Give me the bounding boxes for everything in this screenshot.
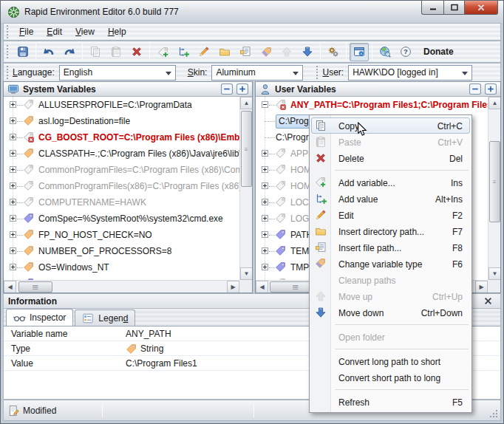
donate-button[interactable]: Donate — [417, 43, 460, 61]
move-down-button[interactable] — [298, 43, 317, 61]
add-variable-button[interactable] — [153, 43, 172, 61]
delete-button[interactable] — [127, 43, 146, 61]
expander-plus-icon[interactable] — [10, 150, 16, 157]
scroll-up-arrow[interactable]: ▲ — [240, 97, 252, 109]
expander-plus-icon[interactable] — [262, 231, 268, 238]
menu-view[interactable]: View — [69, 24, 101, 39]
tree-item[interactable]: CG_BOOST_ROOT=C:\Program Files (x86)\Emb… — [4, 129, 239, 146]
tree-item[interactable]: CLASSPATH=.;C:\Program Files (x86)\Java\… — [4, 146, 239, 162]
tree-item[interactable]: FP_NO_HOST_CHECK=NO — [4, 227, 239, 243]
scrollbar-thumb[interactable]: 𝍣 — [18, 281, 52, 293]
menu-edit[interactable]: Edit — [40, 24, 69, 39]
menuitem-refresh[interactable]: RefreshF5 — [311, 394, 470, 410]
scroll-right-arrow[interactable]: ▶ — [475, 281, 488, 293]
vertical-scrollbar[interactable]: ▲ ≡ ▼ — [239, 97, 252, 280]
expander-plus-icon[interactable] — [262, 215, 268, 222]
menuitem-copy[interactable]: CopyCtrl+C — [311, 117, 470, 134]
expand-all-button[interactable] — [485, 83, 497, 95]
scroll-left-arrow[interactable]: ◀ — [4, 281, 16, 293]
expander-plus-icon[interactable] — [10, 182, 16, 189]
save-button[interactable] — [13, 43, 33, 61]
tab-legend[interactable]: Legend — [75, 310, 135, 326]
tree-item[interactable]: OS=Windows_NT — [4, 259, 239, 276]
menuitem-add-variable[interactable]: Add variable...Ins — [311, 174, 470, 191]
tree-item[interactable]: CommonProgramFiles=C:\Program Files (x86… — [4, 162, 239, 178]
resize-grip[interactable] — [489, 409, 499, 419]
expander-plus-icon[interactable] — [262, 264, 268, 270]
tree-item[interactable]: ANY_PATH=C:\Program Files1;C:\Program Fi… — [256, 97, 488, 113]
menuitem-insert-directory-path[interactable]: Insert directory path...F7 — [311, 223, 470, 239]
scroll-up-arrow[interactable]: ▲ — [488, 97, 500, 109]
menuitem-cleanup-paths[interactable]: Cleanup paths — [311, 272, 470, 288]
move-up-button[interactable] — [277, 43, 296, 61]
expander-plus-icon[interactable] — [10, 231, 16, 238]
tree-item[interactable]: ComSpec=%SystemRoot%\system32\cmd.exe — [4, 211, 239, 227]
expander-minus-icon[interactable] — [262, 101, 268, 108]
tree-item[interactable]: ALLUSERSPROFILE=C:\ProgramData — [4, 97, 239, 113]
expander-plus-icon[interactable] — [262, 199, 268, 205]
tree-item[interactable]: COMPUTERNAME=HAWK — [4, 194, 239, 211]
menuitem-move-up[interactable]: Move upCtrl+Up — [311, 288, 470, 304]
expander-plus-icon[interactable] — [10, 117, 16, 124]
tree-item[interactable]: CommonProgramFiles(x86)=C:\Program Files… — [4, 178, 239, 194]
edit-button[interactable] — [194, 43, 214, 61]
add-value-button[interactable] — [174, 43, 193, 61]
menuitem-move-down[interactable]: Move downCtrl+Down — [311, 304, 470, 321]
close-button[interactable] — [464, 1, 498, 15]
expander-plus-icon[interactable] — [10, 101, 16, 108]
collapse-all-button[interactable] — [221, 83, 233, 95]
settings-button[interactable] — [324, 43, 343, 61]
menuitem-insert-file-path[interactable]: Insert file path...F8 — [311, 239, 470, 256]
close-panel-icon[interactable] — [484, 297, 494, 307]
expander-plus-icon[interactable] — [10, 247, 16, 254]
menuitem-change-variable-type[interactable]: Change variable typeF6 — [311, 256, 470, 272]
scroll-down-arrow[interactable]: ▼ — [240, 267, 252, 280]
vertical-scrollbar[interactable]: ▲ ≡ ▼ — [488, 97, 500, 280]
expander-plus-icon[interactable] — [10, 166, 16, 173]
expander-plus-icon[interactable] — [10, 199, 16, 205]
tab-inspector[interactable]: Inspector — [6, 309, 73, 326]
expander-plus-icon[interactable] — [10, 264, 16, 270]
menuitem-convert-long-path-to-short[interactable]: Convert long path to short — [311, 353, 470, 369]
menuitem-open-folder[interactable]: Open folder — [311, 329, 470, 345]
paste-button[interactable] — [106, 43, 126, 61]
expander-plus-icon[interactable] — [262, 247, 268, 254]
toggle-info-panel-button[interactable] — [350, 43, 369, 61]
scrollbar-thumb[interactable]: ≡ — [241, 111, 252, 187]
expander-plus-icon[interactable] — [262, 150, 268, 157]
tree-item[interactable]: NUMBER_OF_PROCESSORS=8 — [4, 243, 239, 259]
scroll-down-arrow[interactable]: ▼ — [488, 267, 500, 280]
expander-plus-icon[interactable] — [10, 215, 16, 222]
menuitem-edit[interactable]: EditF2 — [311, 207, 470, 223]
insert-directory-button[interactable] — [215, 43, 234, 61]
scroll-left-arrow[interactable]: ◀ — [256, 281, 268, 293]
insert-file-button[interactable] — [236, 43, 255, 61]
scrollbar-thumb[interactable]: ≡ — [489, 141, 500, 222]
undo-button[interactable] — [39, 43, 58, 61]
scroll-right-arrow[interactable]: ▶ — [227, 281, 239, 293]
menu-file[interactable]: File — [13, 24, 40, 39]
skin-select[interactable]: Aluminum — [211, 65, 303, 81]
expand-all-button[interactable] — [236, 83, 248, 95]
minimize-button[interactable] — [421, 1, 443, 15]
menuitem-paste[interactable]: PasteCtrl+V — [311, 134, 470, 150]
menu-help[interactable]: Help — [101, 24, 133, 39]
menuitem-add-value[interactable]: Add valueAlt+Ins — [311, 191, 470, 207]
menuitem-delete[interactable]: DeleteDel — [311, 150, 470, 166]
user-select[interactable]: HAWK\DO [logged in] — [348, 65, 472, 81]
menu-shortcut: Del — [449, 151, 463, 167]
copy-button[interactable] — [86, 43, 105, 61]
redo-button[interactable] — [60, 43, 79, 61]
language-select[interactable]: English — [59, 65, 176, 81]
expander-plus-icon[interactable] — [262, 182, 268, 189]
menuitem-convert-short-path-to-long[interactable]: Convert short path to long — [311, 369, 470, 386]
check-updates-button[interactable] — [375, 43, 395, 61]
help-button[interactable]: ? — [396, 43, 415, 61]
maximize-button[interactable] — [443, 1, 464, 15]
expander-plus-icon[interactable] — [262, 166, 268, 173]
change-type-button[interactable] — [256, 43, 276, 61]
expander-plus-icon[interactable] — [10, 134, 16, 140]
horizontal-scrollbar[interactable]: ◀ 𝍣 ▶ — [4, 280, 239, 293]
collapse-all-button[interactable] — [469, 83, 481, 95]
tree-item[interactable]: asl.log=Destination=file — [4, 113, 239, 129]
